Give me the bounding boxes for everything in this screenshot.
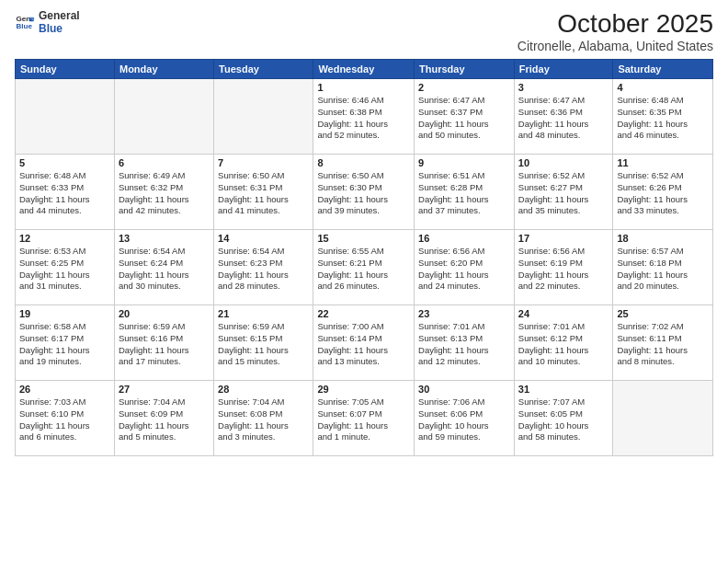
day-cell: 3Sunrise: 6:47 AM Sunset: 6:36 PM Daylig…: [514, 79, 613, 155]
day-number: 10: [518, 157, 609, 168]
weekday-header-saturday: Saturday: [613, 60, 713, 79]
weekday-header-row: SundayMondayTuesdayWednesdayThursdayFrid…: [16, 60, 713, 79]
day-info: Sunrise: 6:56 AM Sunset: 6:20 PM Dayligh…: [418, 246, 510, 293]
day-number: 16: [418, 233, 510, 244]
day-number: 12: [19, 233, 110, 244]
month-title: October 2025: [518, 9, 713, 39]
day-info: Sunrise: 6:55 AM Sunset: 6:21 PM Dayligh…: [317, 246, 410, 293]
day-number: 28: [218, 384, 309, 395]
day-info: Sunrise: 6:48 AM Sunset: 6:33 PM Dayligh…: [19, 170, 110, 217]
day-cell: 23Sunrise: 7:01 AM Sunset: 6:13 PM Dayli…: [415, 305, 515, 381]
calendar-page: General Blue General Blue October 2025 C…: [0, 0, 728, 563]
location-title: Citronelle, Alabama, United States: [518, 39, 713, 53]
svg-text:Blue: Blue: [16, 22, 32, 30]
day-info: Sunrise: 7:01 AM Sunset: 6:12 PM Dayligh…: [518, 321, 609, 368]
day-cell: 7Sunrise: 6:50 AM Sunset: 6:31 PM Daylig…: [214, 155, 313, 230]
day-cell: 24Sunrise: 7:01 AM Sunset: 6:12 PM Dayli…: [514, 305, 613, 381]
day-info: Sunrise: 6:47 AM Sunset: 6:36 PM Dayligh…: [518, 95, 609, 142]
weekday-header-monday: Monday: [114, 60, 213, 79]
day-number: 23: [418, 308, 510, 319]
day-number: 30: [418, 384, 510, 395]
day-info: Sunrise: 6:46 AM Sunset: 6:38 PM Dayligh…: [317, 95, 410, 142]
weekday-header-wednesday: Wednesday: [313, 60, 415, 79]
day-number: 26: [19, 384, 110, 395]
day-cell: 28Sunrise: 7:04 AM Sunset: 6:08 PM Dayli…: [214, 381, 313, 456]
day-cell: 21Sunrise: 6:59 AM Sunset: 6:15 PM Dayli…: [214, 305, 313, 381]
day-cell: 6Sunrise: 6:49 AM Sunset: 6:32 PM Daylig…: [114, 155, 213, 230]
day-cell: 15Sunrise: 6:55 AM Sunset: 6:21 PM Dayli…: [313, 230, 415, 305]
day-info: Sunrise: 7:00 AM Sunset: 6:14 PM Dayligh…: [317, 321, 410, 368]
day-info: Sunrise: 6:53 AM Sunset: 6:25 PM Dayligh…: [19, 246, 110, 293]
day-info: Sunrise: 6:56 AM Sunset: 6:19 PM Dayligh…: [518, 246, 609, 293]
day-number: 31: [518, 384, 609, 395]
day-number: 4: [617, 82, 709, 93]
day-info: Sunrise: 6:54 AM Sunset: 6:23 PM Dayligh…: [218, 246, 309, 293]
day-number: 5: [19, 157, 110, 168]
day-cell: 16Sunrise: 6:56 AM Sunset: 6:20 PM Dayli…: [415, 230, 515, 305]
day-cell: 11Sunrise: 6:52 AM Sunset: 6:26 PM Dayli…: [613, 155, 713, 230]
day-info: Sunrise: 6:51 AM Sunset: 6:28 PM Dayligh…: [418, 170, 510, 217]
logo-blue-text: Blue: [39, 22, 80, 35]
day-cell: 27Sunrise: 7:04 AM Sunset: 6:09 PM Dayli…: [114, 381, 213, 456]
logo-general-text: General: [39, 9, 80, 22]
day-number: 22: [317, 308, 410, 319]
day-cell: 10Sunrise: 6:52 AM Sunset: 6:27 PM Dayli…: [514, 155, 613, 230]
day-cell: 20Sunrise: 6:59 AM Sunset: 6:16 PM Dayli…: [114, 305, 213, 381]
day-cell: 18Sunrise: 6:57 AM Sunset: 6:18 PM Dayli…: [613, 230, 713, 305]
day-cell: [114, 79, 213, 155]
day-number: 13: [119, 233, 210, 244]
day-info: Sunrise: 7:02 AM Sunset: 6:11 PM Dayligh…: [617, 321, 709, 368]
day-number: 14: [218, 233, 309, 244]
title-block: October 2025 Citronelle, Alabama, United…: [518, 9, 713, 53]
day-info: Sunrise: 6:49 AM Sunset: 6:32 PM Dayligh…: [119, 170, 210, 217]
day-info: Sunrise: 7:06 AM Sunset: 6:06 PM Dayligh…: [418, 396, 510, 443]
day-number: 11: [617, 157, 709, 168]
day-cell: 2Sunrise: 6:47 AM Sunset: 6:37 PM Daylig…: [415, 79, 515, 155]
day-number: 3: [518, 82, 609, 93]
day-number: 24: [518, 308, 609, 319]
day-cell: 26Sunrise: 7:03 AM Sunset: 6:10 PM Dayli…: [16, 381, 115, 456]
day-info: Sunrise: 7:04 AM Sunset: 6:08 PM Dayligh…: [218, 396, 309, 443]
day-cell: 19Sunrise: 6:58 AM Sunset: 6:17 PM Dayli…: [16, 305, 115, 381]
weekday-header-thursday: Thursday: [415, 60, 515, 79]
day-number: 17: [518, 233, 609, 244]
day-cell: 13Sunrise: 6:54 AM Sunset: 6:24 PM Dayli…: [114, 230, 213, 305]
day-cell: 5Sunrise: 6:48 AM Sunset: 6:33 PM Daylig…: [16, 155, 115, 230]
day-number: 29: [317, 384, 410, 395]
day-number: 1: [317, 82, 410, 93]
day-info: Sunrise: 7:03 AM Sunset: 6:10 PM Dayligh…: [19, 396, 110, 443]
day-info: Sunrise: 6:59 AM Sunset: 6:15 PM Dayligh…: [218, 321, 309, 368]
logo-icon: General Blue: [15, 12, 35, 32]
week-row-2: 5Sunrise: 6:48 AM Sunset: 6:33 PM Daylig…: [16, 155, 713, 230]
day-info: Sunrise: 7:01 AM Sunset: 6:13 PM Dayligh…: [418, 321, 510, 368]
day-info: Sunrise: 6:59 AM Sunset: 6:16 PM Dayligh…: [119, 321, 210, 368]
day-info: Sunrise: 7:04 AM Sunset: 6:09 PM Dayligh…: [119, 396, 210, 443]
day-info: Sunrise: 7:05 AM Sunset: 6:07 PM Dayligh…: [317, 396, 410, 443]
week-row-3: 12Sunrise: 6:53 AM Sunset: 6:25 PM Dayli…: [16, 230, 713, 305]
day-cell: 29Sunrise: 7:05 AM Sunset: 6:07 PM Dayli…: [313, 381, 415, 456]
day-cell: [613, 381, 713, 456]
day-cell: 12Sunrise: 6:53 AM Sunset: 6:25 PM Dayli…: [16, 230, 115, 305]
weekday-header-tuesday: Tuesday: [214, 60, 313, 79]
day-info: Sunrise: 6:58 AM Sunset: 6:17 PM Dayligh…: [19, 321, 110, 368]
day-cell: [16, 79, 115, 155]
day-number: 27: [119, 384, 210, 395]
day-number: 25: [617, 308, 709, 319]
day-number: 18: [617, 233, 709, 244]
day-number: 20: [119, 308, 210, 319]
weekday-header-sunday: Sunday: [16, 60, 115, 79]
calendar-table: SundayMondayTuesdayWednesdayThursdayFrid…: [15, 59, 713, 456]
day-cell: 22Sunrise: 7:00 AM Sunset: 6:14 PM Dayli…: [313, 305, 415, 381]
day-info: Sunrise: 6:50 AM Sunset: 6:31 PM Dayligh…: [218, 170, 309, 217]
header: General Blue General Blue October 2025 C…: [15, 9, 713, 53]
day-cell: 31Sunrise: 7:07 AM Sunset: 6:05 PM Dayli…: [514, 381, 613, 456]
day-cell: 17Sunrise: 6:56 AM Sunset: 6:19 PM Dayli…: [514, 230, 613, 305]
day-number: 9: [418, 157, 510, 168]
day-cell: 1Sunrise: 6:46 AM Sunset: 6:38 PM Daylig…: [313, 79, 415, 155]
weekday-header-friday: Friday: [514, 60, 613, 79]
week-row-4: 19Sunrise: 6:58 AM Sunset: 6:17 PM Dayli…: [16, 305, 713, 381]
day-cell: 9Sunrise: 6:51 AM Sunset: 6:28 PM Daylig…: [415, 155, 515, 230]
day-cell: 14Sunrise: 6:54 AM Sunset: 6:23 PM Dayli…: [214, 230, 313, 305]
day-info: Sunrise: 6:52 AM Sunset: 6:26 PM Dayligh…: [617, 170, 709, 217]
week-row-5: 26Sunrise: 7:03 AM Sunset: 6:10 PM Dayli…: [16, 381, 713, 456]
